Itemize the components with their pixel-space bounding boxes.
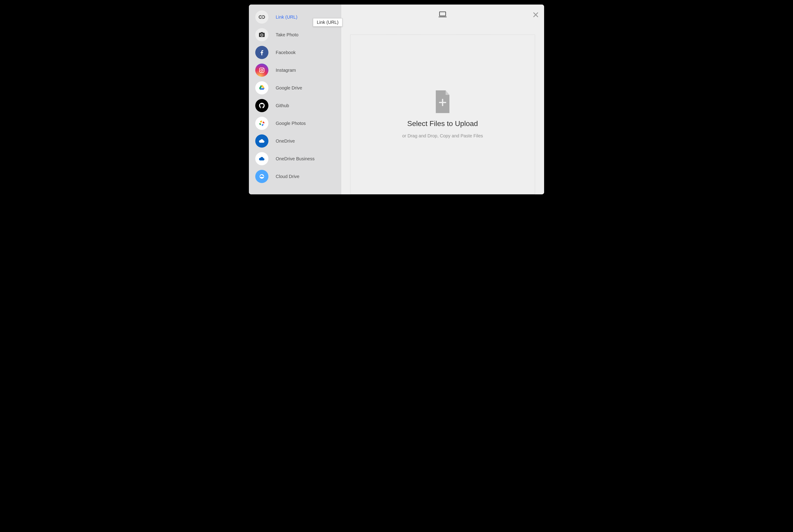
panel-header bbox=[341, 4, 544, 25]
file-drop-area[interactable]: Select Files to Upload or Drag and Drop,… bbox=[350, 35, 535, 194]
sidebar-item-label: Google Drive bbox=[276, 86, 335, 91]
file-picker-dialog: Link (URL) Take Photo Facebook Instagram bbox=[249, 4, 544, 194]
sidebar-item-label: Facebook bbox=[276, 50, 335, 55]
drop-title: Select Files to Upload bbox=[407, 119, 478, 128]
drop-subtitle: or Drag and Drop, Copy and Paste Files bbox=[402, 133, 483, 138]
close-button[interactable] bbox=[532, 11, 539, 19]
link-icon bbox=[255, 11, 268, 24]
file-plus-icon bbox=[434, 90, 452, 114]
sidebar-item-onedrive-business[interactable]: OneDrive Business bbox=[249, 150, 341, 168]
tooltip-link-url: Link (URL) bbox=[313, 18, 342, 26]
sidebar-item-facebook[interactable]: Facebook bbox=[249, 43, 341, 61]
source-sidebar: Link (URL) Take Photo Facebook Instagram bbox=[249, 4, 341, 194]
sidebar-item-take-photo[interactable]: Take Photo bbox=[249, 26, 341, 43]
sidebar-item-label: OneDrive Business bbox=[276, 156, 335, 162]
onedrive-icon bbox=[255, 134, 268, 148]
google-photos-icon bbox=[255, 117, 268, 130]
google-drive-icon bbox=[255, 81, 268, 94]
sidebar-item-google-drive[interactable]: Google Drive bbox=[249, 79, 341, 97]
upload-panel: Select Files to Upload or Drag and Drop,… bbox=[341, 4, 544, 194]
sidebar-item-onedrive[interactable]: OneDrive bbox=[249, 132, 341, 150]
cloud-drive-icon bbox=[255, 170, 268, 183]
github-icon bbox=[255, 99, 268, 112]
svg-point-1 bbox=[261, 69, 263, 71]
sidebar-item-label: Github bbox=[276, 103, 335, 108]
onedrive-business-icon bbox=[255, 152, 268, 165]
laptop-icon bbox=[438, 11, 447, 19]
sidebar-item-label: OneDrive bbox=[276, 138, 335, 144]
instagram-icon bbox=[255, 63, 268, 77]
sidebar-item-label: Instagram bbox=[276, 68, 335, 73]
sidebar-item-google-photos[interactable]: Google Photos bbox=[249, 114, 341, 132]
sidebar-item-instagram[interactable]: Instagram bbox=[249, 61, 341, 79]
svg-rect-4 bbox=[440, 12, 446, 16]
sidebar-item-github[interactable]: Github bbox=[249, 97, 341, 114]
sidebar-item-label: Cloud Drive bbox=[276, 174, 335, 179]
sidebar-item-label: Google Photos bbox=[276, 121, 335, 126]
facebook-icon bbox=[255, 46, 268, 59]
sidebar-item-cloud-drive[interactable]: Cloud Drive bbox=[249, 168, 341, 185]
camera-icon bbox=[255, 28, 268, 41]
svg-point-2 bbox=[263, 69, 264, 69]
sidebar-item-label: Take Photo bbox=[276, 32, 335, 37]
